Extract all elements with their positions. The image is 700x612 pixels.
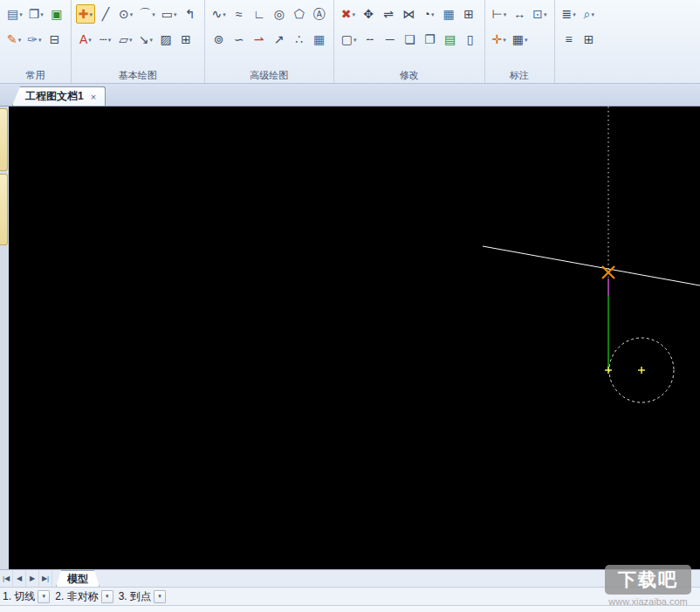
close-icon[interactable]: ×: [91, 92, 96, 102]
table-icon[interactable]: ▦: [310, 30, 329, 49]
group-label-advanced-draw: 高级绘图: [207, 68, 332, 83]
option-combo-tangent[interactable]: 1. 切线 ▾: [3, 589, 50, 604]
angle-line-icon[interactable]: ∟: [250, 4, 269, 24]
menu-icon[interactable]: ≡: [559, 30, 579, 49]
pan-icon[interactable]: ⊞: [580, 30, 599, 49]
option-label: 3. 到点: [119, 589, 151, 604]
group-label-common: 常用: [2, 68, 69, 83]
screen-icon[interactable]: ⊡▾: [530, 4, 549, 24]
prev-sheet-button[interactable]: ◀: [13, 570, 26, 587]
dashed-line-icon[interactable]: ┄▾: [96, 30, 115, 49]
wave-icon[interactable]: ⊚: [209, 30, 229, 49]
ribbon-group-modify: ✖▾ ✥ ⇌ ⋈ ◔▾ ▦ ⊞ ▢▾ ╌ ─ ❏ ❐ ▤ ▯: [333, 0, 484, 83]
block-icon[interactable]: ⊞: [176, 30, 196, 49]
break-icon[interactable]: ╌: [360, 30, 380, 49]
linear-dim-icon[interactable]: ↔: [510, 4, 529, 24]
ribbon-group-advanced-draw: ∿▾ ≈ ∟ ◎ ⬠ Ⓐ ⊚ ∽ ⇀ ↗ ∴ ▦ 高级绘图: [204, 0, 333, 83]
paste-special-icon[interactable]: ▤: [441, 30, 460, 49]
rotate-icon[interactable]: ◔▾: [419, 4, 438, 24]
app-window: ▤▾ ❐▾ ▣ ✎▾ ✑▾ ⊟ 常用 ✚▾ ╱ ⊙▾ ⌒▾ ▭▾: [0, 0, 700, 612]
side-panel-column: [0, 107, 9, 569]
polygon-icon[interactable]: ⬠: [290, 4, 309, 24]
join-icon[interactable]: ─: [381, 30, 400, 49]
ellipse-icon[interactable]: ◎: [270, 4, 289, 24]
pen-icon[interactable]: ✑▾: [24, 30, 44, 49]
first-sheet-button[interactable]: |◀: [0, 570, 13, 587]
copy-object-icon[interactable]: ⊞: [459, 4, 478, 24]
mirror-icon[interactable]: ⋈: [399, 4, 418, 24]
format-brush-icon[interactable]: ✎▾: [4, 30, 24, 49]
curve-icon[interactable]: ≈: [230, 4, 249, 24]
document-tab-label: 工程图文档1: [25, 89, 84, 104]
model-tab[interactable]: 模型: [56, 570, 100, 587]
bar-icon[interactable]: ▯: [461, 30, 480, 49]
tool-option-bar: 1. 切线 ▾ 2. 非对称 ▾ 3. 到点 ▾: [0, 587, 700, 605]
dimension-icon[interactable]: ⊢▾: [490, 4, 510, 24]
hatch-icon[interactable]: ▨: [156, 30, 175, 49]
circle-center-marker-icon: [638, 367, 645, 374]
watermark-url: www.xiazaiba.com: [605, 596, 691, 607]
copy-icon[interactable]: ❐▾: [26, 4, 46, 24]
chevron-down-icon[interactable]: ▾: [101, 590, 113, 603]
ribbon-group-view: ≣▾ ⌕▾ ≡ ⊞: [554, 0, 603, 83]
shapes-icon[interactable]: ▱▾: [116, 30, 135, 49]
document-copy-icon[interactable]: ❐: [421, 30, 440, 49]
side-panel-tab-properties[interactable]: [0, 174, 8, 245]
watermark-title: 下载吧: [605, 565, 691, 595]
arc-icon[interactable]: ⌒▾: [136, 4, 158, 24]
ribbon: ▤▾ ❐▾ ▣ ✎▾ ✑▾ ⊟ 常用 ✚▾ ╱ ⊙▾ ⌒▾ ▭▾: [0, 0, 700, 84]
ribbon-group-basic-draw: ✚▾ ╱ ⊙▾ ⌒▾ ▭▾ ↰ A▾ ┄▾ ▱▾ ↘▾ ▨ ⊞ 基本绘图: [71, 0, 204, 83]
ribbon-group-common: ▤▾ ❐▾ ▣ ✎▾ ✑▾ ⊟ 常用: [0, 0, 71, 83]
document-icon[interactable]: ❏: [401, 30, 420, 49]
new-sheet-icon[interactable]: ▣: [47, 4, 66, 24]
option-combo-to-point[interactable]: 3. 到点 ▾: [119, 589, 166, 604]
line-tool-icon[interactable]: ✚▾: [76, 4, 95, 24]
next-sheet-button[interactable]: ▶: [26, 570, 39, 587]
rectangle-icon[interactable]: ▭▾: [159, 4, 180, 24]
group-label-view: [557, 68, 601, 83]
group-label-modify: 修改: [336, 68, 483, 83]
circle-icon[interactable]: ⊙▾: [116, 4, 135, 24]
drawing-canvas[interactable]: [9, 107, 700, 569]
list-icon[interactable]: ≣▾: [559, 4, 579, 24]
array-icon[interactable]: ▦: [439, 4, 458, 24]
command-line-strip[interactable]: [0, 605, 700, 612]
erase-icon[interactable]: ✖▾: [339, 4, 358, 24]
leader-icon[interactable]: ↘▾: [136, 30, 155, 49]
chevron-down-icon[interactable]: ▾: [154, 590, 166, 603]
text-icon[interactable]: A▾: [76, 30, 95, 49]
drawn-white-line: [483, 246, 700, 285]
main-area: [0, 107, 700, 569]
ray-icon[interactable]: ⇀: [250, 30, 269, 49]
move-icon[interactable]: ✥: [359, 4, 378, 24]
zoom-icon[interactable]: ⌕▾: [580, 4, 599, 24]
offset-icon[interactable]: ⇌: [379, 4, 398, 24]
dim-style-icon[interactable]: ✛▾: [490, 30, 509, 49]
side-panel-tab-library[interactable]: [0, 108, 8, 171]
stretch-icon[interactable]: ▢▾: [339, 30, 360, 49]
sheet-tab-row: |◀ ◀ ▶ ▶| 模型: [0, 569, 700, 587]
squiggle-icon[interactable]: ∽: [230, 30, 249, 49]
endpoint-marker-icon: [605, 367, 612, 374]
polyline-icon[interactable]: ↰: [181, 4, 200, 24]
paste-icon[interactable]: ▤▾: [4, 4, 25, 24]
canvas-drawing: [9, 107, 700, 569]
ribbon-group-annotate: ⊢▾ ↔ ⊡▾ ✛▾ ▦▾ 标注: [484, 0, 554, 83]
watermark: 下载吧 www.xiazaiba.com: [605, 565, 691, 607]
group-label-annotate: 标注: [487, 68, 552, 83]
arrow-up-icon[interactable]: ↗: [270, 30, 289, 49]
last-sheet-button[interactable]: ▶|: [39, 570, 52, 587]
segment-icon[interactable]: ╱: [96, 4, 115, 24]
spline-icon[interactable]: ∿▾: [209, 4, 229, 24]
document-tab[interactable]: 工程图文档1 ×: [12, 86, 106, 106]
points-icon[interactable]: ∴: [290, 30, 309, 49]
save-icon[interactable]: ⊟: [45, 30, 65, 49]
group-label-basic-draw: 基本绘图: [73, 68, 202, 83]
document-tabbar: 工程图文档1 ×: [0, 84, 700, 107]
option-label: 2. 非对称: [55, 589, 98, 604]
chevron-down-icon[interactable]: ▾: [38, 590, 50, 603]
option-label: 1. 切线: [3, 589, 35, 604]
circle-a-icon[interactable]: Ⓐ: [310, 4, 329, 24]
option-combo-asymmetric[interactable]: 2. 非对称 ▾: [55, 589, 113, 604]
grid-icon[interactable]: ▦▾: [510, 30, 531, 49]
